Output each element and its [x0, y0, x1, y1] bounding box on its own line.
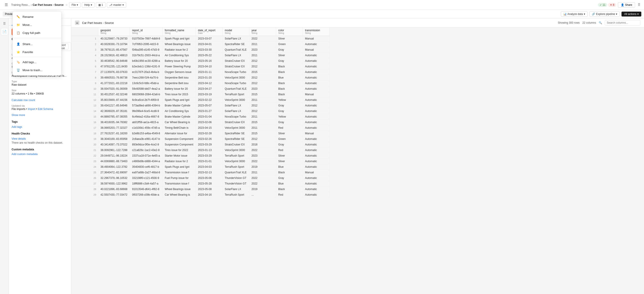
- dropdown-divider: [13, 39, 61, 39]
- favorite-icon: ⭐: [16, 50, 20, 54]
- copy-path-icon: 📋: [16, 31, 20, 35]
- move-trash-icon: 🗑️: [16, 68, 20, 72]
- dropdown-item-label: Share...: [22, 42, 33, 46]
- dropdown-overlay[interactable]: [0, 0, 644, 294]
- dropdown-item-move-trash[interactable]: 🗑️Move to trash...: [13, 66, 61, 74]
- dropdown-item-label: Move...: [22, 23, 32, 26]
- dropdown-item-label: Copy full path: [22, 31, 40, 34]
- dropdown-item-copy-path[interactable]: 📋Copy full path: [13, 29, 61, 37]
- rename-icon: ✏️: [16, 15, 20, 19]
- dropdown-item-share[interactable]: 👤Share...: [13, 40, 61, 48]
- dropdown-item-add-tags[interactable]: 🏷️Add tags...: [13, 58, 61, 66]
- move-icon: 📁: [16, 23, 20, 27]
- dropdown-divider: [13, 38, 61, 38]
- share-icon: 👤: [16, 42, 20, 46]
- add-tags-icon: 🏷️: [16, 60, 20, 64]
- dropdown-item-label: Add tags...: [22, 60, 36, 64]
- dropdown-item-label: Favorite: [22, 50, 33, 54]
- dropdown-item-label: Move to trash...: [22, 68, 42, 72]
- dropdown-item-label: Rename: [22, 15, 34, 18]
- dropdown-item-move[interactable]: 📁Move...: [13, 21, 61, 29]
- dropdown-item-rename[interactable]: ✏️Rename: [13, 13, 61, 21]
- dropdown-item-favorite[interactable]: ⭐Favorite: [13, 48, 61, 56]
- dropdown-menu: ✏️Rename📁Move...📋Copy full path👤Share...…: [12, 11, 62, 76]
